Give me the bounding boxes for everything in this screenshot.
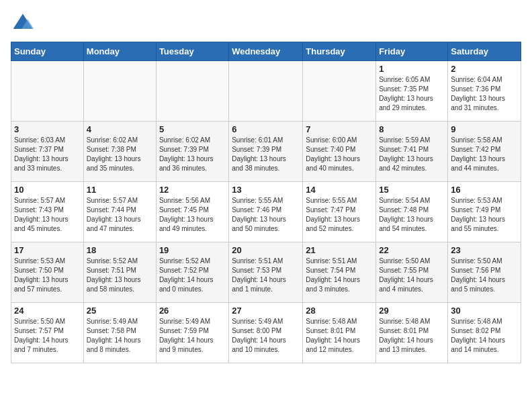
day-info: Sunrise: 5:54 AM Sunset: 7:48 PM Dayligh… xyxy=(379,196,445,234)
day-cell: 26Sunrise: 5:49 AM Sunset: 7:59 PM Dayli… xyxy=(156,303,228,363)
day-cell: 24Sunrise: 5:50 AM Sunset: 7:57 PM Dayli… xyxy=(11,303,84,363)
day-info: Sunrise: 5:58 AM Sunset: 7:42 PM Dayligh… xyxy=(451,136,518,173)
day-info: Sunrise: 6:05 AM Sunset: 7:35 PM Dayligh… xyxy=(379,75,445,113)
header-cell-saturday: Saturday xyxy=(448,42,521,61)
day-info: Sunrise: 6:01 AM Sunset: 7:39 PM Dayligh… xyxy=(232,136,300,173)
day-info: Sunrise: 5:53 AM Sunset: 7:49 PM Dayligh… xyxy=(451,196,518,234)
day-cell: 11Sunrise: 5:57 AM Sunset: 7:44 PM Dayli… xyxy=(83,182,156,242)
day-number: 30 xyxy=(451,306,518,316)
day-cell: 20Sunrise: 5:51 AM Sunset: 7:53 PM Dayli… xyxy=(229,242,303,303)
day-info: Sunrise: 6:03 AM Sunset: 7:37 PM Dayligh… xyxy=(14,136,81,173)
calendar-header: SundayMondayTuesdayWednesdayThursdayFrid… xyxy=(11,42,521,61)
day-number: 27 xyxy=(232,306,300,316)
day-info: Sunrise: 5:49 AM Sunset: 7:59 PM Dayligh… xyxy=(159,317,226,355)
day-number: 5 xyxy=(159,124,226,134)
day-info: Sunrise: 5:50 AM Sunset: 7:55 PM Dayligh… xyxy=(379,257,445,294)
day-number: 3 xyxy=(14,124,81,134)
day-info: Sunrise: 5:59 AM Sunset: 7:41 PM Dayligh… xyxy=(379,136,445,173)
calendar-body: 1Sunrise: 6:05 AM Sunset: 7:35 PM Daylig… xyxy=(11,61,521,363)
week-row-2: 3Sunrise: 6:03 AM Sunset: 7:37 PM Daylig… xyxy=(11,122,521,182)
day-number: 26 xyxy=(159,306,226,316)
day-number: 2 xyxy=(451,64,518,74)
day-cell: 18Sunrise: 5:52 AM Sunset: 7:51 PM Dayli… xyxy=(83,242,156,303)
day-cell: 2Sunrise: 6:04 AM Sunset: 7:36 PM Daylig… xyxy=(448,61,521,122)
day-number: 7 xyxy=(306,124,373,134)
day-number: 14 xyxy=(306,185,373,195)
day-cell: 14Sunrise: 5:55 AM Sunset: 7:47 PM Dayli… xyxy=(303,182,376,242)
day-info: Sunrise: 6:02 AM Sunset: 7:38 PM Dayligh… xyxy=(87,136,153,173)
day-info: Sunrise: 5:48 AM Sunset: 8:01 PM Dayligh… xyxy=(379,317,445,355)
day-info: Sunrise: 5:49 AM Sunset: 8:00 PM Dayligh… xyxy=(232,317,300,355)
day-info: Sunrise: 5:52 AM Sunset: 7:51 PM Dayligh… xyxy=(87,257,153,294)
day-cell: 5Sunrise: 6:02 AM Sunset: 7:39 PM Daylig… xyxy=(156,122,228,182)
day-number: 21 xyxy=(306,245,373,255)
header-cell-thursday: Thursday xyxy=(303,42,376,61)
day-info: Sunrise: 5:56 AM Sunset: 7:45 PM Dayligh… xyxy=(159,196,226,234)
header-cell-monday: Monday xyxy=(83,42,156,61)
day-number: 22 xyxy=(379,245,445,255)
day-number: 16 xyxy=(451,185,518,195)
day-cell xyxy=(303,61,376,122)
day-info: Sunrise: 6:04 AM Sunset: 7:36 PM Dayligh… xyxy=(451,75,518,113)
day-cell: 16Sunrise: 5:53 AM Sunset: 7:49 PM Dayli… xyxy=(448,182,521,242)
day-number: 6 xyxy=(232,124,300,134)
week-row-5: 24Sunrise: 5:50 AM Sunset: 7:57 PM Dayli… xyxy=(11,303,521,363)
day-info: Sunrise: 6:00 AM Sunset: 7:40 PM Dayligh… xyxy=(306,136,373,173)
day-number: 24 xyxy=(14,306,81,316)
day-cell: 8Sunrise: 5:59 AM Sunset: 7:41 PM Daylig… xyxy=(376,122,448,182)
day-cell xyxy=(229,61,303,122)
day-number: 18 xyxy=(87,245,153,255)
day-cell: 27Sunrise: 5:49 AM Sunset: 8:00 PM Dayli… xyxy=(229,303,303,363)
day-info: Sunrise: 5:48 AM Sunset: 8:02 PM Dayligh… xyxy=(451,317,518,355)
day-cell: 9Sunrise: 5:58 AM Sunset: 7:42 PM Daylig… xyxy=(448,122,521,182)
day-cell: 6Sunrise: 6:01 AM Sunset: 7:39 PM Daylig… xyxy=(229,122,303,182)
header-cell-friday: Friday xyxy=(376,42,448,61)
day-number: 29 xyxy=(379,306,445,316)
day-info: Sunrise: 5:50 AM Sunset: 7:56 PM Dayligh… xyxy=(451,257,518,294)
day-number: 28 xyxy=(306,306,373,316)
calendar-table: SundayMondayTuesdayWednesdayThursdayFrid… xyxy=(11,42,521,363)
day-number: 13 xyxy=(232,185,300,195)
day-cell xyxy=(83,61,156,122)
day-cell xyxy=(156,61,228,122)
day-cell xyxy=(11,61,84,122)
day-cell: 28Sunrise: 5:48 AM Sunset: 8:01 PM Dayli… xyxy=(303,303,376,363)
day-info: Sunrise: 5:55 AM Sunset: 7:47 PM Dayligh… xyxy=(306,196,373,234)
day-number: 10 xyxy=(14,185,81,195)
day-cell: 25Sunrise: 5:49 AM Sunset: 7:58 PM Dayli… xyxy=(83,303,156,363)
day-info: Sunrise: 5:57 AM Sunset: 7:43 PM Dayligh… xyxy=(14,196,81,234)
day-number: 9 xyxy=(451,124,518,134)
day-cell: 12Sunrise: 5:56 AM Sunset: 7:45 PM Dayli… xyxy=(156,182,228,242)
day-info: Sunrise: 5:48 AM Sunset: 8:01 PM Dayligh… xyxy=(306,317,373,355)
week-row-4: 17Sunrise: 5:53 AM Sunset: 7:50 PM Dayli… xyxy=(11,242,521,303)
day-number: 11 xyxy=(87,185,153,195)
day-info: Sunrise: 5:49 AM Sunset: 7:58 PM Dayligh… xyxy=(87,317,153,355)
day-cell: 3Sunrise: 6:03 AM Sunset: 7:37 PM Daylig… xyxy=(11,122,84,182)
day-number: 15 xyxy=(379,185,445,195)
day-info: Sunrise: 5:53 AM Sunset: 7:50 PM Dayligh… xyxy=(14,257,81,294)
day-cell: 30Sunrise: 5:48 AM Sunset: 8:02 PM Dayli… xyxy=(448,303,521,363)
week-row-3: 10Sunrise: 5:57 AM Sunset: 7:43 PM Dayli… xyxy=(11,182,521,242)
day-cell: 15Sunrise: 5:54 AM Sunset: 7:48 PM Dayli… xyxy=(376,182,448,242)
day-cell: 13Sunrise: 5:55 AM Sunset: 7:46 PM Dayli… xyxy=(229,182,303,242)
day-number: 4 xyxy=(87,124,153,134)
day-cell: 23Sunrise: 5:50 AM Sunset: 7:56 PM Dayli… xyxy=(448,242,521,303)
day-number: 12 xyxy=(159,185,226,195)
header-cell-sunday: Sunday xyxy=(11,42,84,61)
day-number: 20 xyxy=(232,245,300,255)
day-cell: 22Sunrise: 5:50 AM Sunset: 7:55 PM Dayli… xyxy=(376,242,448,303)
day-info: Sunrise: 5:55 AM Sunset: 7:46 PM Dayligh… xyxy=(232,196,300,234)
day-cell: 19Sunrise: 5:52 AM Sunset: 7:52 PM Dayli… xyxy=(156,242,228,303)
day-number: 19 xyxy=(159,245,226,255)
day-number: 23 xyxy=(451,245,518,255)
day-number: 25 xyxy=(87,306,153,316)
day-number: 17 xyxy=(14,245,81,255)
logo-icon xyxy=(11,11,35,35)
day-number: 8 xyxy=(379,124,445,134)
day-cell: 29Sunrise: 5:48 AM Sunset: 8:01 PM Dayli… xyxy=(376,303,448,363)
header xyxy=(11,11,521,35)
day-info: Sunrise: 5:50 AM Sunset: 7:57 PM Dayligh… xyxy=(14,317,81,355)
week-row-1: 1Sunrise: 6:05 AM Sunset: 7:35 PM Daylig… xyxy=(11,61,521,122)
day-info: Sunrise: 5:51 AM Sunset: 7:53 PM Dayligh… xyxy=(232,257,300,294)
day-cell: 1Sunrise: 6:05 AM Sunset: 7:35 PM Daylig… xyxy=(376,61,448,122)
